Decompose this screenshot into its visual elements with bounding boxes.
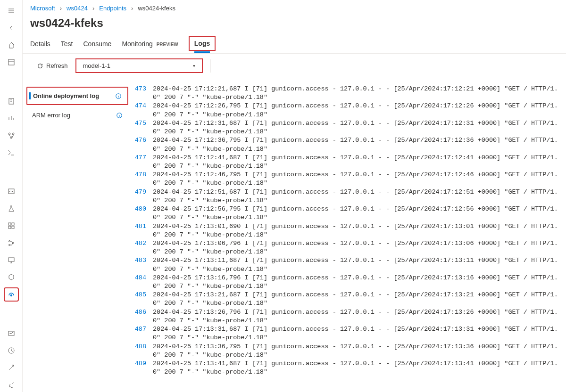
line-text: 2024-04-25 17:13:21,687 I [71] gunicorn.… xyxy=(153,291,562,308)
tab-consume[interactable]: Consume xyxy=(83,35,111,53)
line-text: 2024-04-25 17:13:31,687 I [71] gunicorn.… xyxy=(153,325,562,342)
monitor-icon[interactable] xyxy=(4,326,19,340)
log-line: 4802024-04-25 17:12:56,795 I [71] gunico… xyxy=(132,205,562,222)
refresh-label: Refresh xyxy=(46,62,68,69)
log-line: 4862024-04-25 17:13:26,796 I [71] gunico… xyxy=(132,308,562,325)
prompt-icon[interactable] xyxy=(4,146,19,160)
log-view[interactable]: 4732024-04-25 17:12:21,687 I [71] gunico… xyxy=(132,78,566,392)
line-text: 2024-04-25 17:13:36,795 I [71] gunicorn.… xyxy=(153,343,562,359)
refresh-icon xyxy=(37,63,43,69)
endpoints-icon[interactable] xyxy=(4,287,19,302)
models-icon[interactable] xyxy=(4,219,19,233)
svg-rect-8 xyxy=(8,226,11,229)
log-type-online-deployment[interactable]: Online deployment log xyxy=(26,87,128,105)
labeling-icon[interactable] xyxy=(4,360,19,375)
line-text: 2024-04-25 17:12:21,687 I [71] gunicorn.… xyxy=(153,85,562,102)
svg-rect-13 xyxy=(8,258,14,261)
line-text: 2024-04-25 17:12:46,795 I [71] gunicorn.… xyxy=(153,171,562,188)
components-icon[interactable] xyxy=(4,270,19,284)
back-icon[interactable] xyxy=(4,21,19,35)
line-text: 2024-04-25 17:12:56,795 I [71] gunicorn.… xyxy=(153,205,562,222)
automl-icon[interactable] xyxy=(4,111,19,125)
log-line: 4812024-04-25 17:13:01,690 I [71] gunico… xyxy=(132,222,562,239)
designer-icon[interactable] xyxy=(4,128,19,142)
image-icon[interactable] xyxy=(4,184,19,198)
line-text: 2024-04-25 17:13:06,796 I [71] gunicorn.… xyxy=(153,239,562,256)
pipeline-icon[interactable] xyxy=(4,236,19,250)
compute-icon[interactable] xyxy=(4,253,19,267)
catalog-icon[interactable] xyxy=(4,55,19,69)
main: Microsoft › ws0424 › Endpoints › ws0424-… xyxy=(23,0,566,392)
dashboard-icon[interactable] xyxy=(4,343,19,358)
line-number: 476 xyxy=(132,136,153,145)
svg-rect-6 xyxy=(8,223,11,225)
line-number: 483 xyxy=(132,256,153,265)
line-text: 2024-04-25 17:12:31,687 I [71] gunicorn.… xyxy=(153,119,562,136)
home-icon[interactable] xyxy=(4,38,19,52)
left-rail xyxy=(0,0,23,392)
log-line: 4732024-04-25 17:12:21,687 I [71] gunico… xyxy=(132,85,562,102)
tab-logs[interactable]: Logs xyxy=(189,36,216,51)
tabs: Details Test Consume Monitoring PREVIEW … xyxy=(23,35,566,54)
log-line: 4842024-04-25 17:13:16,796 I [71] gunico… xyxy=(132,274,562,291)
tab-label: Monitoring xyxy=(122,40,152,48)
chevron-down-icon: ▾ xyxy=(193,63,195,68)
log-line: 4852024-04-25 17:13:21,687 I [71] gunico… xyxy=(132,291,562,308)
line-text: 2024-04-25 17:12:41,687 I [71] gunicorn.… xyxy=(153,154,562,171)
line-number: 479 xyxy=(132,188,153,196)
log-line: 4882024-04-25 17:13:36,795 I [71] gunico… xyxy=(132,343,562,359)
flask-icon[interactable] xyxy=(4,202,19,216)
breadcrumb-item-current: ws0424-kfeks xyxy=(138,5,175,12)
line-number: 488 xyxy=(132,343,153,351)
line-number: 482 xyxy=(132,239,153,248)
line-text: 2024-04-25 17:13:41,687 I [71] gunicorn.… xyxy=(153,359,562,376)
log-line: 4752024-04-25 17:12:31,687 I [71] gunico… xyxy=(132,119,562,136)
svg-point-14 xyxy=(10,294,12,296)
line-number: 477 xyxy=(132,154,153,162)
toolbar: Refresh model-1-1 ▾ xyxy=(23,54,566,78)
line-text: 2024-04-25 17:13:01,690 I [71] gunicorn.… xyxy=(153,222,562,239)
breadcrumb: Microsoft › ws0424 › Endpoints › ws0424-… xyxy=(23,0,566,14)
svg-point-3 xyxy=(12,133,14,135)
line-number: 489 xyxy=(132,359,153,368)
svg-rect-5 xyxy=(8,189,14,194)
chevron-right-icon: › xyxy=(60,5,62,12)
line-number: 481 xyxy=(132,222,153,231)
link-icon[interactable] xyxy=(4,378,19,392)
log-type-label: Online deployment log xyxy=(33,92,99,99)
notebook-icon[interactable] xyxy=(4,94,19,108)
tab-monitoring[interactable]: Monitoring PREVIEW xyxy=(122,35,178,53)
breadcrumb-item[interactable]: Microsoft xyxy=(30,5,55,12)
log-line: 4762024-04-25 17:12:36,795 I [71] gunico… xyxy=(132,136,562,153)
log-line: 4792024-04-25 17:12:51,687 I [71] gunico… xyxy=(132,188,562,205)
svg-rect-7 xyxy=(12,223,14,225)
tab-test[interactable]: Test xyxy=(61,35,73,53)
refresh-button[interactable]: Refresh xyxy=(37,62,68,69)
deployment-selected: model-1-1 xyxy=(83,62,111,69)
line-number: 487 xyxy=(132,325,153,334)
line-text: 2024-04-25 17:12:51,687 I [71] gunicorn.… xyxy=(153,188,562,205)
info-icon xyxy=(115,93,122,99)
line-text: 2024-04-25 17:12:36,795 I [71] gunicorn.… xyxy=(153,136,562,153)
line-number: 473 xyxy=(132,85,153,93)
line-number: 480 xyxy=(132,205,153,213)
log-line: 4772024-04-25 17:12:41,687 I [71] gunico… xyxy=(132,154,562,171)
log-line: 4742024-04-25 17:12:26,795 I [71] gunico… xyxy=(132,102,562,119)
line-text: 2024-04-25 17:12:26,795 I [71] gunicorn.… xyxy=(153,102,562,119)
tab-details[interactable]: Details xyxy=(30,35,50,53)
line-number: 478 xyxy=(132,171,153,179)
line-number: 484 xyxy=(132,274,153,282)
body: Online deployment log ARM error log 4732… xyxy=(23,78,566,392)
log-type-list: Online deployment log ARM error log xyxy=(23,78,132,392)
log-line: 4832024-04-25 17:13:11,687 I [71] gunico… xyxy=(132,256,562,273)
menu-icon[interactable] xyxy=(4,4,19,18)
line-text: 2024-04-25 17:13:26,796 I [71] gunicorn.… xyxy=(153,308,562,325)
log-type-arm-error[interactable]: ARM error log xyxy=(26,107,128,123)
divider xyxy=(210,59,211,73)
deployment-dropdown[interactable]: model-1-1 ▾ xyxy=(75,58,203,73)
svg-point-2 xyxy=(8,133,10,135)
breadcrumb-item[interactable]: Endpoints xyxy=(99,5,126,12)
svg-rect-9 xyxy=(12,226,14,229)
breadcrumb-item[interactable]: ws0424 xyxy=(67,5,88,12)
preview-badge: PREVIEW xyxy=(157,42,178,47)
